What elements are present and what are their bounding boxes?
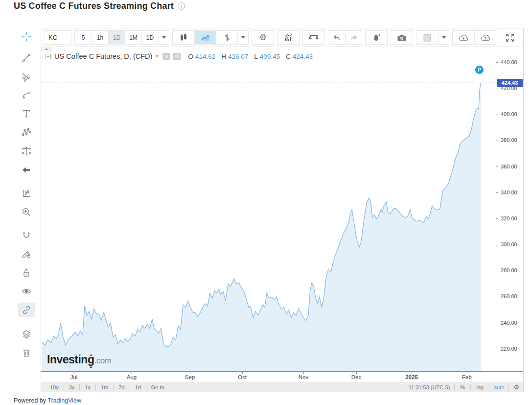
tool-long-position-button[interactable] xyxy=(18,143,35,158)
powered-by-text: Powered by xyxy=(14,397,46,404)
cloud-download-button[interactable] xyxy=(453,31,474,44)
settings-group: ⚙ xyxy=(252,30,274,45)
legend-collapse-icon[interactable] xyxy=(46,54,51,59)
cloud-group xyxy=(452,30,496,45)
symbol-input[interactable]: KC xyxy=(44,30,71,45)
bar-style-button[interactable] xyxy=(216,31,237,44)
goto-button[interactable]: Go to... xyxy=(146,384,174,390)
percent-scale-button[interactable]: % xyxy=(459,384,466,390)
tool-gann-fib-button[interactable] xyxy=(18,70,35,84)
close-label: C xyxy=(286,53,291,60)
price-axis[interactable]: 424.43 440.00420.00400.00380.00360.00340… xyxy=(496,47,523,371)
ohlc-values: O414.62 H426.07 L409.45 C424.43 xyxy=(188,53,317,60)
cloud-upload-button[interactable] xyxy=(474,31,496,44)
interval-caret-button[interactable] xyxy=(158,31,169,44)
interval-1m-button[interactable]: 1M xyxy=(125,31,141,44)
sidebar-divider xyxy=(17,223,35,223)
tool-crosshair-button[interactable] xyxy=(18,29,35,44)
tool-layers-button[interactable] xyxy=(18,327,35,342)
tool-zoom-in-button[interactable] xyxy=(18,205,35,219)
powered-by: Powered by TradingView xyxy=(14,397,81,404)
time-tick-mark xyxy=(303,372,304,374)
time-tick-label: Nov xyxy=(299,374,308,380)
chart-panel: KC 5 1h 1D 1M 1D xyxy=(41,28,524,392)
clock-utc[interactable]: 11:31:53 (UTC-5) xyxy=(409,384,450,390)
compare-button[interactable] xyxy=(303,31,324,44)
chevron-down-icon[interactable] xyxy=(155,55,159,58)
indicators-group xyxy=(277,30,300,45)
redo-button[interactable] xyxy=(345,31,362,44)
last-price-label: 424.43 xyxy=(497,79,523,87)
interval-5-button[interactable]: 5 xyxy=(75,31,92,44)
tool-drawing-lock-button[interactable] xyxy=(18,247,35,262)
background-caret-button[interactable] xyxy=(438,31,449,44)
tool-trendline-button[interactable] xyxy=(18,50,35,65)
time-tick-label: 2025 xyxy=(405,374,418,380)
interval-custom-button[interactable]: 1D xyxy=(141,31,158,44)
tool-xabcd-pattern-button[interactable] xyxy=(18,125,35,140)
price-plot[interactable] xyxy=(41,47,496,371)
range-1y-button[interactable]: 1y xyxy=(80,384,95,390)
magnet-icon xyxy=(21,230,32,241)
range-3y-button[interactable]: 3y xyxy=(64,384,80,390)
price-tick-label: 400.00 xyxy=(501,111,517,117)
range-1d-button[interactable]: 1d xyxy=(130,384,146,390)
price-line-marker[interactable]: P xyxy=(475,66,484,74)
fullscreen-button[interactable] xyxy=(499,31,521,44)
range-1m-button[interactable]: 1m xyxy=(96,384,113,390)
log-scale-button[interactable]: log xyxy=(475,384,485,390)
indicators-icon xyxy=(283,33,293,43)
auto-scale-button[interactable]: auto xyxy=(494,384,504,390)
tool-lock-all-button[interactable] xyxy=(18,265,35,280)
chart-area[interactable]: US Coffee C Futures, D, (CFD) ⚙ O414.62 … xyxy=(41,47,523,371)
tool-remove-all-button[interactable] xyxy=(18,346,35,360)
price-tick-mark xyxy=(496,141,498,141)
area-style-button[interactable] xyxy=(194,31,216,44)
price-tick-label: 440.00 xyxy=(501,59,517,65)
indicators-button[interactable] xyxy=(278,31,299,44)
camera-icon xyxy=(396,33,407,43)
pencil-lock-icon xyxy=(21,249,32,260)
link-icon xyxy=(21,305,32,315)
tool-brush-button[interactable] xyxy=(18,88,35,103)
separator xyxy=(509,384,509,390)
legend-visibility-icon[interactable] xyxy=(162,53,170,60)
tool-hide-all-button[interactable] xyxy=(18,284,35,299)
toolbar-collapse-tab[interactable] xyxy=(41,47,52,51)
snapshot-button[interactable] xyxy=(391,31,413,44)
legend-settings-icon[interactable]: ⚙ xyxy=(173,53,181,60)
candlestick-style-button[interactable] xyxy=(173,31,194,44)
add-alert-button[interactable] xyxy=(366,31,387,44)
back-arrow-icon xyxy=(21,165,32,175)
price-tick-label: 260.00 xyxy=(501,293,517,299)
unlock-icon xyxy=(21,267,32,278)
settings-button[interactable]: ⚙ xyxy=(252,31,274,44)
interval-1d-button[interactable]: 1D xyxy=(108,31,125,44)
text-icon xyxy=(21,108,32,119)
tool-magnet-button[interactable] xyxy=(18,228,35,243)
trash-icon xyxy=(21,348,32,358)
price-tick-mark xyxy=(496,218,498,219)
time-axis[interactable]: JulAugSepOctNovDec2025Feb xyxy=(41,371,523,382)
interval-1h-button[interactable]: 1h xyxy=(92,31,108,44)
time-tick-label: Dec xyxy=(351,374,361,380)
sidebar-divider xyxy=(17,181,35,181)
tool-text-button[interactable] xyxy=(18,106,35,121)
background-swatch-button[interactable] xyxy=(416,31,438,44)
range-7d-button[interactable]: 7d xyxy=(114,384,129,390)
low-value: 409.45 xyxy=(260,53,280,60)
price-tick-label: 320.00 xyxy=(501,215,517,221)
axis-gear-icon[interactable]: ⚙ xyxy=(513,383,519,391)
undo-button[interactable] xyxy=(328,31,345,44)
chevron-down-icon xyxy=(162,36,166,39)
tool-back-arrow-button[interactable] xyxy=(18,163,35,177)
tool-measure-button[interactable] xyxy=(18,186,35,201)
style-caret-button[interactable] xyxy=(237,31,248,44)
tradingview-link[interactable]: TradingView xyxy=(47,397,81,404)
time-tick-label: Sep xyxy=(185,374,195,380)
tool-link-button[interactable] xyxy=(18,303,35,317)
price-tick-mark xyxy=(496,115,498,115)
brush-icon xyxy=(21,90,32,101)
info-icon[interactable]: i xyxy=(178,2,185,10)
range-10y-button[interactable]: 10y xyxy=(45,384,64,390)
